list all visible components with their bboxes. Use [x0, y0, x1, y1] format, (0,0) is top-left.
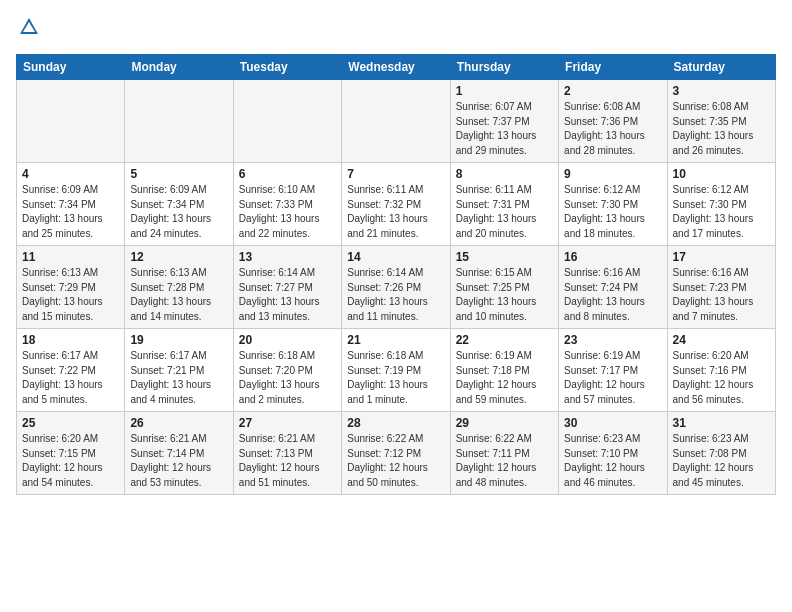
- day-info: Sunrise: 6:07 AM Sunset: 7:37 PM Dayligh…: [456, 100, 553, 158]
- calendar-cell: 9Sunrise: 6:12 AM Sunset: 7:30 PM Daylig…: [559, 163, 667, 246]
- calendar-cell: 26Sunrise: 6:21 AM Sunset: 7:14 PM Dayli…: [125, 412, 233, 495]
- day-info: Sunrise: 6:22 AM Sunset: 7:11 PM Dayligh…: [456, 432, 553, 490]
- logo-icon: [18, 16, 40, 42]
- day-number: 11: [22, 250, 119, 264]
- day-of-week-header: Friday: [559, 55, 667, 80]
- day-number: 16: [564, 250, 661, 264]
- calendar-cell: 18Sunrise: 6:17 AM Sunset: 7:22 PM Dayli…: [17, 329, 125, 412]
- calendar-cell: 22Sunrise: 6:19 AM Sunset: 7:18 PM Dayli…: [450, 329, 558, 412]
- calendar-cell: 25Sunrise: 6:20 AM Sunset: 7:15 PM Dayli…: [17, 412, 125, 495]
- calendar-cell: 23Sunrise: 6:19 AM Sunset: 7:17 PM Dayli…: [559, 329, 667, 412]
- day-number: 23: [564, 333, 661, 347]
- day-info: Sunrise: 6:12 AM Sunset: 7:30 PM Dayligh…: [564, 183, 661, 241]
- day-number: 7: [347, 167, 444, 181]
- calendar-cell: 19Sunrise: 6:17 AM Sunset: 7:21 PM Dayli…: [125, 329, 233, 412]
- calendar-cell: 28Sunrise: 6:22 AM Sunset: 7:12 PM Dayli…: [342, 412, 450, 495]
- page-header: [16, 16, 776, 42]
- day-info: Sunrise: 6:20 AM Sunset: 7:16 PM Dayligh…: [673, 349, 770, 407]
- calendar-cell: 15Sunrise: 6:15 AM Sunset: 7:25 PM Dayli…: [450, 246, 558, 329]
- calendar-cell: 27Sunrise: 6:21 AM Sunset: 7:13 PM Dayli…: [233, 412, 341, 495]
- calendar-cell: 20Sunrise: 6:18 AM Sunset: 7:20 PM Dayli…: [233, 329, 341, 412]
- day-number: 14: [347, 250, 444, 264]
- day-info: Sunrise: 6:15 AM Sunset: 7:25 PM Dayligh…: [456, 266, 553, 324]
- day-info: Sunrise: 6:10 AM Sunset: 7:33 PM Dayligh…: [239, 183, 336, 241]
- day-number: 22: [456, 333, 553, 347]
- calendar-table: SundayMondayTuesdayWednesdayThursdayFrid…: [16, 54, 776, 495]
- day-of-week-header: Wednesday: [342, 55, 450, 80]
- calendar-cell: 11Sunrise: 6:13 AM Sunset: 7:29 PM Dayli…: [17, 246, 125, 329]
- day-of-week-header: Saturday: [667, 55, 775, 80]
- day-number: 4: [22, 167, 119, 181]
- day-info: Sunrise: 6:22 AM Sunset: 7:12 PM Dayligh…: [347, 432, 444, 490]
- day-number: 13: [239, 250, 336, 264]
- day-of-week-header: Monday: [125, 55, 233, 80]
- day-of-week-header: Tuesday: [233, 55, 341, 80]
- calendar-cell: 16Sunrise: 6:16 AM Sunset: 7:24 PM Dayli…: [559, 246, 667, 329]
- day-number: 29: [456, 416, 553, 430]
- calendar-header-row: SundayMondayTuesdayWednesdayThursdayFrid…: [17, 55, 776, 80]
- calendar-cell: 31Sunrise: 6:23 AM Sunset: 7:08 PM Dayli…: [667, 412, 775, 495]
- calendar-cell: 10Sunrise: 6:12 AM Sunset: 7:30 PM Dayli…: [667, 163, 775, 246]
- day-number: 26: [130, 416, 227, 430]
- day-number: 8: [456, 167, 553, 181]
- day-info: Sunrise: 6:21 AM Sunset: 7:14 PM Dayligh…: [130, 432, 227, 490]
- calendar-week-row: 18Sunrise: 6:17 AM Sunset: 7:22 PM Dayli…: [17, 329, 776, 412]
- day-info: Sunrise: 6:09 AM Sunset: 7:34 PM Dayligh…: [130, 183, 227, 241]
- day-number: 5: [130, 167, 227, 181]
- calendar-cell: 17Sunrise: 6:16 AM Sunset: 7:23 PM Dayli…: [667, 246, 775, 329]
- day-info: Sunrise: 6:21 AM Sunset: 7:13 PM Dayligh…: [239, 432, 336, 490]
- day-number: 2: [564, 84, 661, 98]
- day-of-week-header: Sunday: [17, 55, 125, 80]
- day-info: Sunrise: 6:14 AM Sunset: 7:27 PM Dayligh…: [239, 266, 336, 324]
- calendar-cell: 30Sunrise: 6:23 AM Sunset: 7:10 PM Dayli…: [559, 412, 667, 495]
- calendar-cell: 3Sunrise: 6:08 AM Sunset: 7:35 PM Daylig…: [667, 80, 775, 163]
- day-number: 30: [564, 416, 661, 430]
- day-number: 15: [456, 250, 553, 264]
- day-info: Sunrise: 6:17 AM Sunset: 7:22 PM Dayligh…: [22, 349, 119, 407]
- day-info: Sunrise: 6:23 AM Sunset: 7:08 PM Dayligh…: [673, 432, 770, 490]
- calendar-cell: 7Sunrise: 6:11 AM Sunset: 7:32 PM Daylig…: [342, 163, 450, 246]
- day-info: Sunrise: 6:18 AM Sunset: 7:19 PM Dayligh…: [347, 349, 444, 407]
- day-number: 21: [347, 333, 444, 347]
- day-number: 31: [673, 416, 770, 430]
- calendar-cell: 5Sunrise: 6:09 AM Sunset: 7:34 PM Daylig…: [125, 163, 233, 246]
- calendar-cell: 4Sunrise: 6:09 AM Sunset: 7:34 PM Daylig…: [17, 163, 125, 246]
- day-number: 27: [239, 416, 336, 430]
- calendar-cell: 1Sunrise: 6:07 AM Sunset: 7:37 PM Daylig…: [450, 80, 558, 163]
- calendar-cell: 14Sunrise: 6:14 AM Sunset: 7:26 PM Dayli…: [342, 246, 450, 329]
- calendar-cell: 12Sunrise: 6:13 AM Sunset: 7:28 PM Dayli…: [125, 246, 233, 329]
- calendar-cell: 6Sunrise: 6:10 AM Sunset: 7:33 PM Daylig…: [233, 163, 341, 246]
- day-number: 6: [239, 167, 336, 181]
- calendar-cell: [233, 80, 341, 163]
- day-info: Sunrise: 6:08 AM Sunset: 7:35 PM Dayligh…: [673, 100, 770, 158]
- day-number: 28: [347, 416, 444, 430]
- day-info: Sunrise: 6:20 AM Sunset: 7:15 PM Dayligh…: [22, 432, 119, 490]
- day-info: Sunrise: 6:09 AM Sunset: 7:34 PM Dayligh…: [22, 183, 119, 241]
- day-info: Sunrise: 6:13 AM Sunset: 7:29 PM Dayligh…: [22, 266, 119, 324]
- day-info: Sunrise: 6:18 AM Sunset: 7:20 PM Dayligh…: [239, 349, 336, 407]
- day-number: 18: [22, 333, 119, 347]
- calendar-cell: [342, 80, 450, 163]
- day-number: 3: [673, 84, 770, 98]
- calendar-week-row: 25Sunrise: 6:20 AM Sunset: 7:15 PM Dayli…: [17, 412, 776, 495]
- calendar-cell: 29Sunrise: 6:22 AM Sunset: 7:11 PM Dayli…: [450, 412, 558, 495]
- day-number: 20: [239, 333, 336, 347]
- calendar-cell: 21Sunrise: 6:18 AM Sunset: 7:19 PM Dayli…: [342, 329, 450, 412]
- day-number: 24: [673, 333, 770, 347]
- day-number: 17: [673, 250, 770, 264]
- day-info: Sunrise: 6:16 AM Sunset: 7:24 PM Dayligh…: [564, 266, 661, 324]
- day-info: Sunrise: 6:14 AM Sunset: 7:26 PM Dayligh…: [347, 266, 444, 324]
- day-info: Sunrise: 6:11 AM Sunset: 7:32 PM Dayligh…: [347, 183, 444, 241]
- day-number: 25: [22, 416, 119, 430]
- calendar-cell: [17, 80, 125, 163]
- calendar-cell: [125, 80, 233, 163]
- day-number: 10: [673, 167, 770, 181]
- calendar-week-row: 1Sunrise: 6:07 AM Sunset: 7:37 PM Daylig…: [17, 80, 776, 163]
- day-info: Sunrise: 6:12 AM Sunset: 7:30 PM Dayligh…: [673, 183, 770, 241]
- logo: [16, 16, 40, 42]
- day-info: Sunrise: 6:19 AM Sunset: 7:17 PM Dayligh…: [564, 349, 661, 407]
- calendar-week-row: 11Sunrise: 6:13 AM Sunset: 7:29 PM Dayli…: [17, 246, 776, 329]
- day-number: 12: [130, 250, 227, 264]
- calendar-cell: 13Sunrise: 6:14 AM Sunset: 7:27 PM Dayli…: [233, 246, 341, 329]
- calendar-cell: 2Sunrise: 6:08 AM Sunset: 7:36 PM Daylig…: [559, 80, 667, 163]
